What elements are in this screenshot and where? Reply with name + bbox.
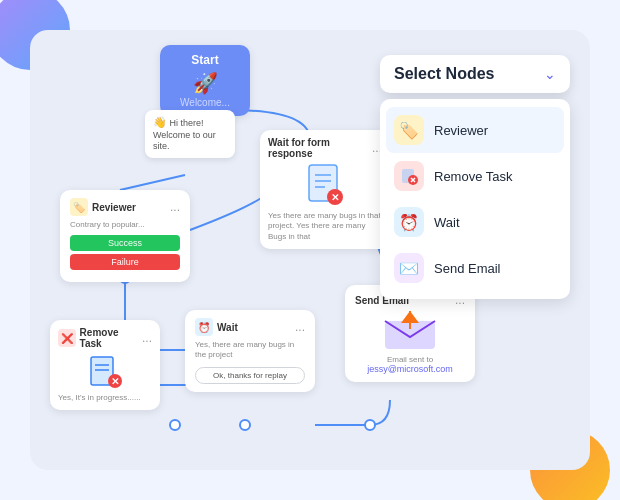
reviewer-dropdown-label: Reviewer: [434, 123, 488, 138]
node-send-email: Send Email ... Email sent to jessy@micro…: [345, 285, 475, 382]
wait-dots[interactable]: ...: [295, 320, 305, 334]
dropdown-item-wait[interactable]: ⏰ Wait: [386, 199, 564, 245]
failure-button[interactable]: Failure: [70, 254, 180, 270]
wait-form-label: Wait for form response: [268, 137, 372, 159]
remove-task-dropdown-label: Remove Task: [434, 169, 513, 184]
chevron-down-icon: ⌄: [544, 66, 556, 82]
start-welcome-text: Welcome...: [170, 97, 240, 108]
wait-icon: ⏰: [195, 318, 213, 336]
node-wait: ⏰ Wait ... Yes, there are many bugs in t…: [185, 310, 315, 392]
ok-button[interactable]: Ok, thanks for replay: [195, 367, 305, 384]
reviewer-sub: Contrary to popular...: [70, 220, 180, 229]
select-nodes-title: Select Nodes: [394, 65, 494, 83]
email-to-label: Email sent to: [355, 355, 465, 364]
start-rocket-icon: 🚀: [170, 71, 240, 95]
reviewer-icon: 🏷️: [70, 198, 88, 216]
send-email-dropdown-label: Send Email: [434, 261, 500, 276]
wait-form-icon: ✕: [305, 163, 345, 207]
remove-task-label: Remove Task: [80, 327, 142, 349]
node-reviewer: 🏷️ Reviewer ... Contrary to popular... S…: [60, 190, 190, 282]
svg-point-4: [365, 420, 375, 430]
svg-text:✕: ✕: [111, 376, 119, 387]
dropdown-item-reviewer[interactable]: 🏷️ Reviewer: [386, 107, 564, 153]
wait-form-desc: Yes there are many bugs in that project.…: [268, 211, 382, 242]
remove-task-icon: ❌: [58, 329, 76, 347]
wait-dropdown-icon: ⏰: [394, 207, 424, 237]
reviewer-label: Reviewer: [92, 202, 136, 213]
welcome-bubble: Hi there! Welcome to our site.: [145, 110, 235, 158]
node-wait-form: Wait for form response ... ✕ Yes there a…: [260, 130, 390, 249]
select-nodes-header[interactable]: Select Nodes ⌄: [380, 55, 570, 93]
select-nodes-dropdown: Select Nodes ⌄ 🏷️ Reviewer Remove T: [380, 55, 570, 299]
remove-task-dropdown-icon: [394, 161, 424, 191]
svg-text:✕: ✕: [331, 192, 339, 203]
wait-desc: Yes, there are many bugs in the project: [195, 340, 305, 361]
workflow-canvas: Start 🚀 Welcome... Hi there! Welcome to …: [30, 30, 590, 470]
success-button[interactable]: Success: [70, 235, 180, 251]
reviewer-dots[interactable]: ...: [170, 200, 180, 214]
email-dropdown-icon: ✉️: [394, 253, 424, 283]
dropdown-menu: 🏷️ Reviewer Remove Task ⏰ Wait: [380, 99, 570, 299]
dropdown-item-remove-task[interactable]: Remove Task: [386, 153, 564, 199]
remove-task-desc: Yes, It's in progress......: [58, 393, 152, 403]
dropdown-item-send-email[interactable]: ✉️ Send Email: [386, 245, 564, 291]
email-icon: [383, 311, 437, 351]
node-remove-task: ❌ Remove Task ... ✕ Yes, It's in progres…: [50, 320, 160, 410]
remove-task-dots[interactable]: ...: [142, 331, 152, 345]
node-start: Start 🚀 Welcome...: [160, 45, 250, 116]
svg-point-3: [240, 420, 250, 430]
svg-point-2: [170, 420, 180, 430]
wait-label: Wait: [217, 322, 238, 333]
bubble-text: Welcome to our site.: [153, 130, 216, 152]
remove-task-graphic: ✕: [87, 353, 123, 389]
reviewer-dropdown-icon: 🏷️: [394, 115, 424, 145]
email-address: jessy@microsoft.com: [355, 364, 465, 374]
wait-dropdown-label: Wait: [434, 215, 460, 230]
remove-task-x-icon: [400, 167, 418, 185]
start-node-title: Start: [170, 53, 240, 67]
bubble-greeting: Hi there!: [170, 118, 204, 128]
